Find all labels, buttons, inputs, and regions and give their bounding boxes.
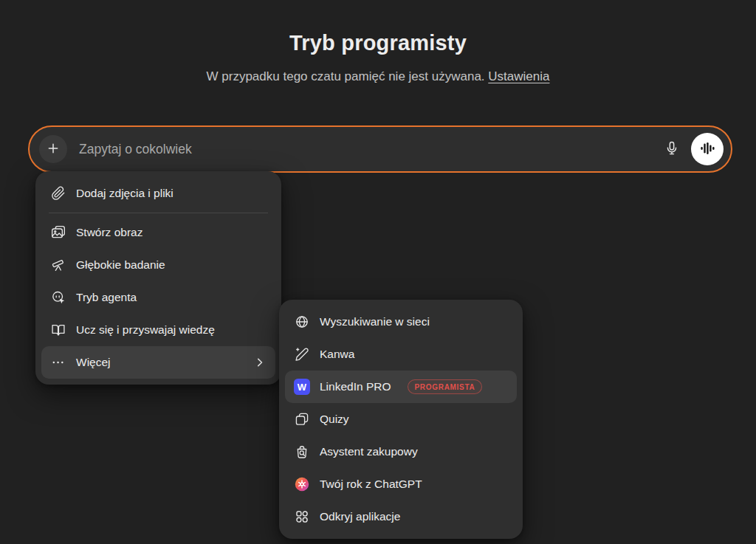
open-book-icon <box>50 322 66 338</box>
memory-notice-text: W przypadku tego czatu pamięć nie jest u… <box>207 69 485 83</box>
menu-item-label: Wyszukiwanie w sieci <box>320 315 430 328</box>
composer-input-bar[interactable]: Zapytaj o cokolwiek <box>28 125 732 173</box>
menu-item-study-learn[interactable]: Ucz się i przyswajaj wiedzę <box>41 314 275 346</box>
canvas-pencil-icon <box>294 346 310 362</box>
menu-item-agent-mode[interactable]: Tryb agenta <box>41 281 275 314</box>
plus-icon <box>46 141 61 158</box>
menu-item-label: Quizy <box>320 413 349 426</box>
apps-grid-icon <box>294 509 310 525</box>
dictate-button[interactable] <box>657 134 687 164</box>
agent-mode-icon <box>50 289 66 306</box>
attach-plus-button[interactable] <box>39 135 67 163</box>
composer-tools-menu: Dodaj zdjęcia i pliki Stwórz obraz <box>35 171 281 385</box>
submenu-item-shopping-assistant[interactable]: Asystent zakupowy <box>285 435 517 468</box>
menu-divider <box>49 213 268 213</box>
paperclip-icon <box>50 185 66 202</box>
menu-item-add-photos-files[interactable]: Dodaj zdjęcia i pliki <box>41 177 275 210</box>
more-submenu: Wyszukiwanie w sieci Kanwa W LinkedIn PR… <box>279 300 523 539</box>
menu-item-label: Twój rok z ChatGPT <box>320 478 422 491</box>
microphone-icon <box>664 140 680 159</box>
menu-item-label: Głębokie badanie <box>76 258 165 272</box>
menu-item-label: Więcej <box>76 356 111 369</box>
telescope-icon <box>50 257 66 273</box>
submenu-item-linkedin-pro[interactable]: W LinkedIn PRO PROGRAMISTA <box>285 371 517 403</box>
chatgpt-developer-mode-screen: Tryb programisty W przypadku tego czatu … <box>0 0 756 544</box>
submenu-item-canvas[interactable]: Kanwa <box>285 338 517 371</box>
menu-item-more[interactable]: Więcej <box>41 346 275 379</box>
menu-item-label: Dodaj zdjęcia i pliki <box>76 187 173 200</box>
menu-item-label: Kanwa <box>320 348 354 361</box>
submenu-item-web-search[interactable]: Wyszukiwanie w sieci <box>285 306 517 338</box>
linkedin-pro-app-icon: W <box>294 379 310 395</box>
chatgpt-year-icon <box>294 476 310 492</box>
settings-link[interactable]: Ustawienia <box>488 69 549 83</box>
composer-placeholder[interactable]: Zapytaj o cokolwiek <box>79 142 657 157</box>
menu-item-label: LinkedIn PRO <box>320 380 391 393</box>
menu-item-deep-research[interactable]: Głębokie badanie <box>41 249 275 281</box>
memory-notice: W przypadku tego czatu pamięć nie jest u… <box>0 69 756 84</box>
ellipsis-icon <box>50 354 66 371</box>
menu-item-label: Ucz się i przyswajaj wiedzę <box>76 323 215 337</box>
page-title: Tryb programisty <box>0 31 756 55</box>
globe-icon <box>294 314 310 330</box>
quiz-cards-icon <box>294 411 310 427</box>
shopping-assistant-icon <box>294 444 310 460</box>
menu-item-label: Asystent zakupowy <box>320 445 418 458</box>
menu-item-create-image[interactable]: Stwórz obraz <box>41 216 275 249</box>
submenu-item-quizzes[interactable]: Quizy <box>285 403 517 435</box>
voice-mode-icon <box>699 140 715 159</box>
submenu-item-discover-apps[interactable]: Odkryj aplikacje <box>285 500 517 533</box>
programista-badge: PROGRAMISTA <box>408 379 483 394</box>
submenu-item-your-year[interactable]: Twój rok z ChatGPT <box>285 468 517 500</box>
menu-item-label: Odkryj aplikacje <box>320 510 400 523</box>
menu-item-label: Tryb agenta <box>76 291 137 304</box>
chevron-right-icon <box>253 356 267 369</box>
menu-item-label: Stwórz obraz <box>76 226 142 239</box>
voice-mode-button[interactable] <box>691 133 724 165</box>
create-image-icon <box>50 224 66 241</box>
